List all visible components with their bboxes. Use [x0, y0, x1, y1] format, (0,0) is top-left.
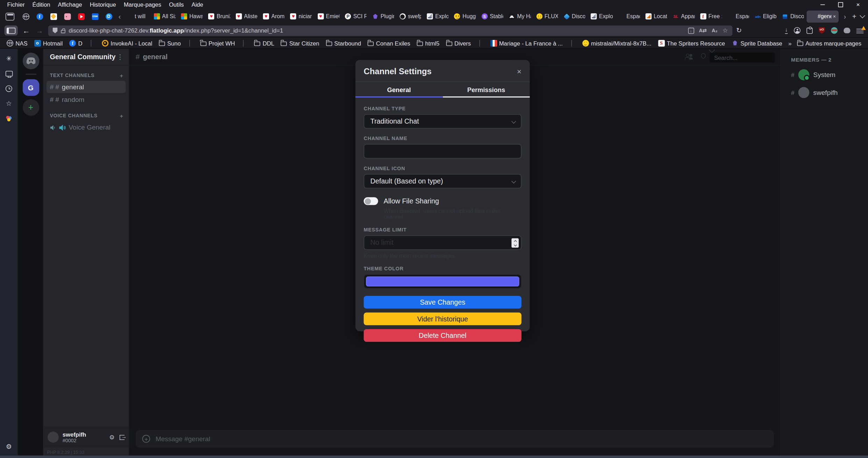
translate-icon[interactable]: A⇄	[699, 28, 707, 33]
browser-tab[interactable]: Plugin	[369, 10, 397, 22]
menu-item[interactable]: Aide	[188, 1, 207, 8]
theme-color-swatch[interactable]	[366, 277, 519, 286]
browser-tab[interactable]: Discor	[561, 10, 588, 22]
bookmark-item[interactable]	[184, 40, 197, 46]
menu-item[interactable]: Édition	[29, 1, 54, 8]
browser-tab[interactable]: Free :	[697, 10, 725, 22]
user-settings-gear-icon[interactable]: ⚙	[109, 433, 115, 441]
maximize-button[interactable]	[836, 1, 845, 8]
browser-tab[interactable]: niciar	[288, 10, 315, 22]
attach-file-icon[interactable]: +	[142, 435, 150, 443]
bookmark-item[interactable]: Hotmail	[31, 40, 66, 46]
member-list-toggle-icon[interactable]	[685, 54, 692, 60]
bookmark-item[interactable]: NAS	[3, 40, 30, 46]
bookmark-item[interactable]: Sprite Database	[728, 40, 785, 46]
bookmark-item[interactable]: InvokeAI - Local	[98, 40, 155, 46]
browser-tab[interactable]: Explor	[588, 10, 615, 22]
browser-tab[interactable]: SCI RE	[342, 10, 369, 22]
sidebar-settings-gear-icon[interactable]: ⚙	[5, 442, 13, 451]
browser-tab[interactable]: Espace clie	[615, 10, 643, 22]
profiles-icon[interactable]	[5, 114, 13, 123]
voice-channel-item[interactable]: Voice General	[47, 122, 126, 134]
bookmark-item[interactable]	[238, 40, 251, 46]
message-limit-input[interactable]: No limit	[364, 235, 522, 250]
bookmark-item[interactable]: Starbound	[323, 40, 364, 46]
pinned-tab[interactable]	[19, 13, 33, 20]
translate-page-icon[interactable]: A₂	[712, 28, 718, 33]
history-icon[interactable]	[5, 84, 13, 93]
url-text[interactable]: discord-like-php-chat-7262.dev.flatlogic…	[69, 27, 684, 34]
pinned-tab[interactable]	[60, 13, 74, 20]
synced-tabs-icon[interactable]	[5, 69, 13, 78]
bookmark-item[interactable]	[86, 40, 98, 46]
pinned-tab[interactable]	[102, 13, 116, 20]
browser-tab[interactable]: swefpi	[397, 10, 424, 22]
new-tab-button[interactable]: +	[852, 12, 856, 21]
menu-item[interactable]: Fichier	[3, 1, 28, 8]
tracking-shield-icon[interactable]	[52, 28, 57, 33]
bookmarks-icon[interactable]: ☆	[5, 99, 13, 108]
lock-icon[interactable]	[61, 30, 65, 33]
delete-channel-button[interactable]: Delete Channel	[364, 329, 522, 342]
browser-tab[interactable]: Alister	[233, 10, 260, 22]
list-all-tabs-icon[interactable]	[860, 13, 865, 19]
pinned-messages-icon[interactable]	[700, 52, 707, 59]
browser-tab[interactable]: Eligibi	[752, 10, 779, 22]
scroll-tabs-left-icon[interactable]: ‹	[116, 12, 124, 21]
member-row[interactable]: # swefpifh	[781, 84, 868, 102]
add-server-button[interactable]: +	[22, 99, 39, 116]
scroll-tabs-right-icon[interactable]: ›	[841, 12, 849, 21]
browser-tab[interactable]: All Siz	[151, 10, 178, 22]
bookmark-star-icon[interactable]: ☆	[722, 27, 728, 34]
channel-icon-select[interactable]: Default (Based on type)	[364, 174, 522, 188]
close-button[interactable]: ×	[854, 1, 862, 8]
back-button[interactable]: ←	[22, 26, 31, 35]
browser-tab[interactable]: Stable	[479, 10, 506, 22]
browser-tab[interactable]: Emie0	[315, 10, 342, 22]
firefox-view-icon[interactable]	[6, 13, 14, 20]
channel-type-select[interactable]: Traditional Chat	[364, 114, 522, 129]
text-channel-item[interactable]: # # general	[47, 81, 126, 93]
bookmark-item[interactable]: Projet WH	[197, 40, 238, 46]
file-sharing-toggle[interactable]	[364, 197, 378, 205]
forward-button[interactable]: →	[35, 26, 44, 35]
browser-tab[interactable]: #genera ×	[806, 10, 839, 22]
discord-home-button[interactable]	[22, 53, 39, 69]
browser-tab[interactable]: Huggi	[451, 10, 479, 22]
sidebar-toggle-button[interactable]	[5, 26, 18, 35]
pinned-tab[interactable]	[88, 13, 102, 20]
menu-item[interactable]: Historique	[86, 1, 120, 8]
server-header[interactable]: General Community ⋮	[43, 49, 129, 65]
browser-tab[interactable]: Discor	[779, 10, 806, 22]
modal-close-icon[interactable]: ×	[517, 67, 522, 76]
add-voice-channel-icon[interactable]: +	[120, 112, 124, 119]
monkey-extension-icon[interactable]	[831, 27, 838, 34]
text-channel-item[interactable]: # # random	[47, 93, 126, 106]
browser-tab[interactable]: Aromy	[260, 10, 288, 22]
browser-tab[interactable]: Explor	[424, 10, 451, 22]
browser-tab[interactable]: Appar	[670, 10, 697, 22]
number-spinner[interactable]	[511, 238, 519, 248]
account-icon[interactable]	[794, 27, 800, 34]
modal-tab[interactable]: General	[355, 82, 443, 97]
ai-chatbot-icon[interactable]: ✳	[5, 54, 13, 63]
message-composer[interactable]: + Message #general	[136, 430, 774, 448]
app-menu-icon[interactable]	[856, 27, 864, 33]
server-icon-general-community[interactable]: G	[22, 79, 39, 96]
save-changes-button[interactable]: Save Changes	[364, 296, 522, 308]
bookmark-item[interactable]: D	[66, 40, 86, 46]
other-bookmarks[interactable]: Autres marque-pages	[796, 40, 862, 46]
save-page-icon[interactable]: ↓	[688, 27, 694, 33]
extensions-icon[interactable]	[806, 27, 812, 33]
ublock-extension-icon[interactable]: uO	[819, 27, 825, 34]
bookmark-item[interactable]: Star Citizen	[277, 40, 323, 46]
user-avatar[interactable]	[48, 432, 59, 443]
menu-item[interactable]: Marque-pages	[120, 1, 165, 8]
minimize-button[interactable]	[818, 1, 827, 8]
bookmark-item[interactable]: Mariage - La France à ...	[487, 40, 566, 46]
pinned-tab[interactable]	[74, 13, 88, 20]
bookmark-item[interactable]: Divers	[443, 40, 474, 46]
modal-tab[interactable]: Permissions	[443, 82, 530, 97]
bookmark-item[interactable]: Conan Exiles	[364, 40, 414, 46]
browser-tab[interactable]: Bruni2	[206, 10, 233, 22]
